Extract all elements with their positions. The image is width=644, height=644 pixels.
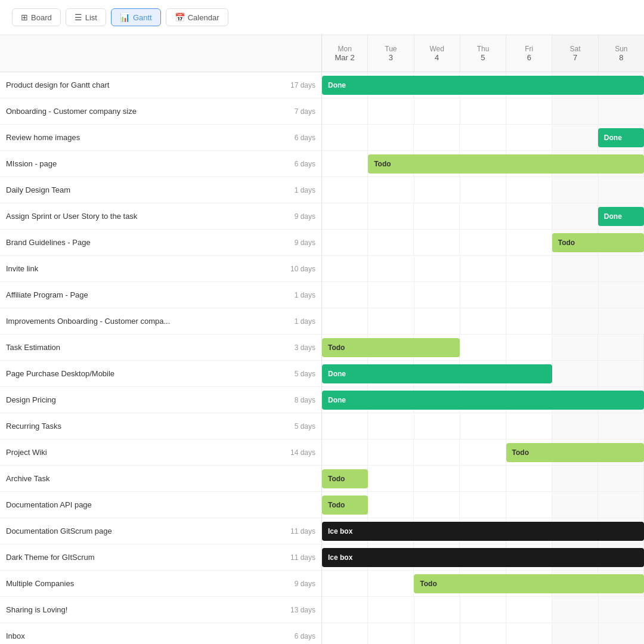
task-row[interactable]: Assign Sprint or User Story to the task …: [0, 203, 321, 230]
task-row[interactable]: Recurring Tasks 5 days: [0, 413, 321, 439]
gantt-cell: [322, 387, 368, 413]
nav-btn-list[interactable]: ☰List: [66, 8, 106, 26]
day-name: Sat: [570, 45, 581, 53]
task-name: Onboarding - Customer company size: [6, 107, 280, 116]
gantt-cell: [322, 256, 368, 281]
gantt-cell: [506, 177, 552, 203]
task-row[interactable]: Sharing is Loving! 13 days: [0, 597, 321, 623]
day-col-wed: Wed 4: [414, 35, 460, 72]
task-row[interactable]: Documentation API page: [0, 492, 321, 518]
gantt-cell: [552, 203, 598, 229]
task-duration: 9 days: [280, 239, 315, 247]
task-row[interactable]: Archive Task: [0, 466, 321, 492]
gantt-cell: [368, 492, 414, 518]
gantt-cell: [368, 623, 414, 644]
gantt-cell: [598, 203, 644, 229]
right-panel: Mon Mar 2 Tue 3 Wed 4 Thu 5 Fri 6 Sat 7 …: [322, 35, 644, 644]
gantt-cell: [598, 518, 644, 544]
gantt-cell: [368, 387, 414, 413]
task-duration: 6 days: [280, 160, 315, 168]
task-duration: 9 days: [280, 580, 315, 588]
task-row[interactable]: Documentation GitScrum page 11 days: [0, 518, 321, 544]
gantt-cell: [368, 282, 414, 308]
gantt-cell: [552, 571, 598, 596]
gantt-cell: [552, 387, 598, 413]
gantt-cell: [460, 256, 506, 281]
task-row[interactable]: Brand Guidelines - Page 9 days: [0, 230, 321, 256]
gantt-cell: [322, 125, 368, 150]
gantt-cell: [506, 203, 552, 229]
task-row[interactable]: Onboarding - Customer company size 7 day…: [0, 98, 321, 125]
gantt-cell: [460, 203, 506, 229]
day-name: Sun: [615, 45, 627, 53]
task-name: Improvements Onboarding - Customer compa…: [6, 317, 280, 326]
gantt-cell: [368, 518, 414, 544]
task-row[interactable]: Design Pricing 8 days: [0, 387, 321, 413]
nav-btn-gantt[interactable]: 📊Gantt: [111, 8, 161, 26]
day-num: 6: [527, 53, 531, 62]
task-row[interactable]: Multiple Companies 9 days: [0, 571, 321, 597]
task-row[interactable]: Product design for Gantt chart 17 days: [0, 72, 321, 98]
task-name: Page Purchase Desktop/Mobile: [6, 369, 280, 378]
task-row[interactable]: Daily Design Team 1 days: [0, 177, 321, 203]
gantt-cell: [506, 98, 552, 124]
gantt-row: Ice box: [322, 544, 644, 571]
gantt-row: Todo: [322, 230, 644, 256]
gantt-cell: [506, 439, 552, 465]
gantt-cell: [368, 230, 414, 255]
task-name: Invite link: [6, 264, 280, 273]
gantt-cell: [460, 492, 506, 518]
gantt-cell: [414, 571, 460, 596]
gantt-header: Mon Mar 2 Tue 3 Wed 4 Thu 5 Fri 6 Sat 7 …: [322, 35, 644, 72]
gantt-cell: [552, 282, 598, 308]
gantt-cell: [322, 492, 368, 518]
nav-btn-board[interactable]: ⊞Board: [12, 8, 61, 26]
gantt-cell: [322, 466, 368, 491]
gantt-cell: [598, 466, 644, 491]
task-row[interactable]: Dark Theme for GItScrum 11 days: [0, 544, 321, 571]
gantt-cell: [506, 544, 552, 570]
gantt-cell: [414, 256, 460, 281]
gantt-cell: [506, 151, 552, 177]
task-duration: 10 days: [280, 265, 315, 273]
task-row[interactable]: Review home images 6 days: [0, 125, 321, 151]
gantt-cell: [322, 151, 368, 177]
gantt-cell: [322, 72, 368, 98]
gantt-cell: [506, 466, 552, 491]
gantt-cell: [552, 72, 598, 98]
gantt-cell: [414, 308, 460, 334]
gantt-cell: [599, 177, 644, 203]
gantt-cell: [506, 125, 552, 150]
task-row[interactable]: Affiliate Program - Page 1 days: [0, 282, 321, 308]
task-row[interactable]: Invite link 10 days: [0, 256, 321, 282]
task-row[interactable]: Inbox 6 days: [0, 623, 321, 644]
gantt-cell: [322, 98, 368, 124]
task-row[interactable]: Page Purchase Desktop/Mobile 5 days: [0, 361, 321, 387]
gantt-cell: [368, 413, 414, 439]
gantt-cell: [322, 203, 368, 229]
task-list: Product design for Gantt chart 17 days O…: [0, 72, 321, 644]
task-row[interactable]: Improvements Onboarding - Customer compa…: [0, 308, 321, 335]
task-duration: 17 days: [280, 81, 315, 89]
task-name: Review home images: [6, 133, 280, 142]
task-row[interactable]: Task Estimation 3 days: [0, 335, 321, 361]
gantt-cell: [414, 230, 460, 255]
gantt-cell: [460, 125, 506, 150]
gantt-cell: [552, 492, 598, 518]
nav-btn-calendar[interactable]: 📅Calendar: [166, 8, 228, 26]
gantt-cell: [368, 335, 414, 360]
gantt-cell: [368, 361, 414, 386]
calendar-icon: 📅: [175, 13, 185, 22]
task-name: Design Pricing: [6, 395, 280, 404]
gantt-cell: [322, 439, 368, 465]
task-duration: 5 days: [280, 422, 315, 431]
gantt-row: Todo: [322, 439, 644, 466]
task-name: Archive Task: [6, 474, 280, 483]
task-row[interactable]: Project Wiki 14 days: [0, 439, 321, 466]
gantt-cell: [322, 623, 368, 644]
day-col-tue: Tue 3: [368, 35, 414, 72]
gantt-cell: [552, 597, 598, 623]
gantt-cell: [552, 177, 598, 203]
task-row[interactable]: MIssion - page 6 days: [0, 151, 321, 177]
gantt-cell: [598, 72, 644, 98]
